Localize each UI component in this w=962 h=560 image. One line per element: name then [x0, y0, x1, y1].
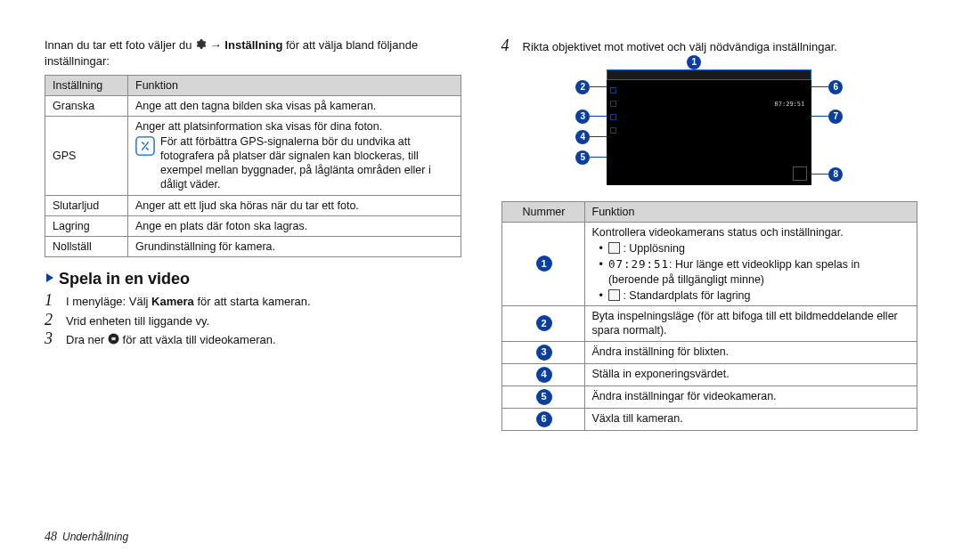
row-num-6: 6 — [536, 411, 552, 427]
table-row: Slutarljud Anger att ett ljud ska höras … — [45, 195, 461, 215]
th-function: Funktion — [128, 75, 461, 95]
row-num-2: 2 — [536, 315, 552, 331]
th-setting: Inställning — [45, 75, 128, 95]
callout-5: 5 — [575, 150, 590, 165]
row-num-4: 4 — [536, 367, 552, 383]
screen-timestamp: 07:29:51 — [775, 101, 805, 108]
note-icon — [135, 136, 155, 159]
step-2: 2 Vrid enheten till liggande vy. — [45, 312, 461, 329]
table-row: GPS Anger att platsinformation ska visas… — [45, 117, 461, 195]
camera-diagram: 1 07:29:51 2 3 — [562, 61, 856, 194]
th-function: Funktion — [584, 201, 917, 222]
callout-1: 1 — [687, 55, 701, 69]
step-4: 4 Rikta objektivet mot motivet och välj … — [501, 37, 918, 55]
table-row: 6 Växla till kameran. — [501, 408, 917, 430]
step-3: 3 Dra ner för att växla till videokamera… — [45, 330, 461, 348]
camera-mode-icon — [108, 333, 119, 349]
page-number: 48 — [45, 530, 57, 544]
table-row: 3 Ändra inställning för blixten. — [501, 341, 917, 363]
callout-6: 6 — [828, 80, 843, 94]
numbers-table: Nummer Funktion 1 Kontrollera videokamer… — [501, 201, 918, 431]
table-row: Nollställ Grundinställning för kamera. — [45, 237, 461, 257]
page-footer: 48 Underhållning — [45, 530, 128, 544]
settings-table: Inställning Funktion Granska Ange att de… — [45, 75, 461, 258]
callout-8: 8 — [828, 167, 843, 182]
callout-3: 3 — [575, 110, 590, 124]
row-num-1: 1 — [536, 256, 552, 272]
callout-2: 2 — [575, 80, 590, 94]
th-number: Nummer — [501, 201, 584, 222]
table-row: Lagring Ange en plats där foton ska lagr… — [45, 215, 461, 236]
gear-icon — [195, 38, 207, 54]
step-1: 1 I menyläge: Välj Kamera för att starta… — [45, 292, 461, 310]
intro-line: Innan du tar ett foto väljer du → Instäl… — [45, 37, 461, 69]
table-row: 1 Kontrollera videokamerans status och i… — [501, 222, 917, 305]
chevron-icon — [45, 270, 55, 288]
resolution-icon — [608, 242, 620, 254]
storage-icon — [608, 289, 620, 301]
table-row: Granska Ange att den tagna bilden ska vi… — [45, 96, 461, 117]
table-row: 5 Ändra inställningar för videokameran. — [501, 386, 917, 408]
callout-4: 4 — [575, 130, 590, 144]
callout-7: 7 — [828, 110, 843, 124]
section-heading: Spela in en video — [45, 270, 461, 288]
table-row: 4 Ställa in exponeringsvärdet. — [501, 363, 917, 386]
row-num-3: 3 — [536, 345, 552, 361]
svg-rect-2 — [111, 337, 115, 340]
footer-section: Underhållning — [62, 531, 128, 543]
table-row: 2 Byta inspelningsläge (för att bifoga t… — [501, 306, 917, 342]
row-num-5: 5 — [536, 389, 552, 405]
